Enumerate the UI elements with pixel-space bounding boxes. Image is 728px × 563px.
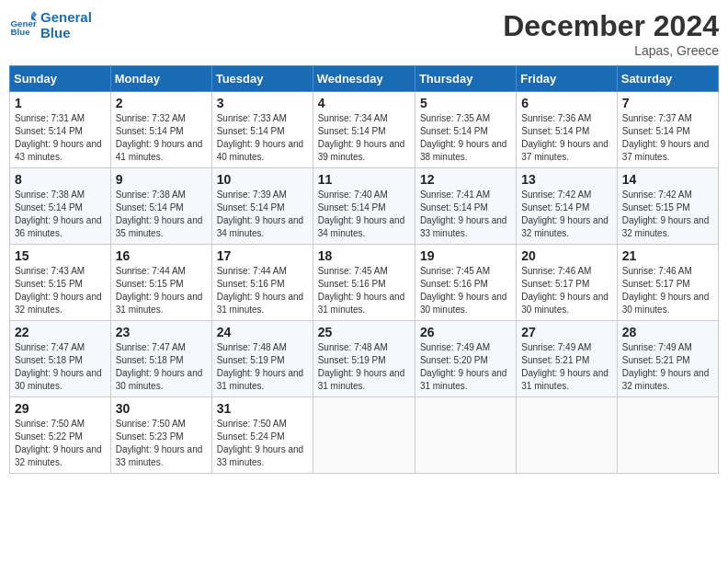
day-number: 8 — [15, 172, 106, 187]
weekday-header-saturday: Saturday — [617, 66, 718, 92]
svg-text:Blue: Blue — [11, 27, 31, 37]
calendar-cell — [517, 397, 617, 474]
day-info: Sunrise: 7:49 AMSunset: 5:20 PMDaylight:… — [420, 341, 511, 393]
day-info: Sunrise: 7:42 AMSunset: 5:14 PMDaylight:… — [521, 189, 611, 240]
day-info: Sunrise: 7:50 AMSunset: 5:23 PMDaylight:… — [116, 418, 207, 469]
day-info: Sunrise: 7:38 AMSunset: 5:14 PMDaylight:… — [116, 189, 207, 240]
week-row-5: 29Sunrise: 7:50 AMSunset: 5:22 PMDayligh… — [10, 397, 719, 474]
day-info: Sunrise: 7:42 AMSunset: 5:15 PMDaylight:… — [622, 189, 713, 240]
day-number: 16 — [116, 248, 207, 263]
calendar-cell: 22Sunrise: 7:47 AMSunset: 5:18 PMDayligh… — [10, 321, 111, 397]
day-number: 4 — [318, 96, 410, 110]
day-info: Sunrise: 7:34 AMSunset: 5:14 PMDaylight:… — [318, 112, 410, 164]
calendar-cell: 25Sunrise: 7:48 AMSunset: 5:19 PMDayligh… — [313, 321, 415, 397]
calendar-cell: 21Sunrise: 7:46 AMSunset: 5:17 PMDayligh… — [617, 245, 718, 321]
week-row-4: 22Sunrise: 7:47 AMSunset: 5:18 PMDayligh… — [10, 321, 719, 397]
week-row-1: 1Sunrise: 7:31 AMSunset: 5:14 PMDaylight… — [10, 92, 719, 168]
calendar-cell: 2Sunrise: 7:32 AMSunset: 5:14 PMDaylight… — [110, 92, 211, 168]
calendar-cell: 19Sunrise: 7:45 AMSunset: 5:16 PMDayligh… — [415, 245, 516, 321]
calendar-cell — [313, 397, 415, 474]
calendar-cell: 29Sunrise: 7:50 AMSunset: 5:22 PMDayligh… — [10, 397, 111, 474]
calendar-cell: 20Sunrise: 7:46 AMSunset: 5:17 PMDayligh… — [517, 245, 617, 321]
day-number: 28 — [622, 325, 713, 339]
week-row-2: 8Sunrise: 7:38 AMSunset: 5:14 PMDaylight… — [10, 168, 719, 245]
day-info: Sunrise: 7:38 AMSunset: 5:14 PMDaylight:… — [15, 189, 106, 240]
page-header: General Blue General Blue December 2024 … — [9, 9, 719, 58]
day-number: 1 — [15, 96, 106, 110]
day-number: 13 — [521, 172, 611, 187]
location-label: Lapas, Greece — [503, 43, 719, 58]
weekday-header-row: SundayMondayTuesdayWednesdayThursdayFrid… — [10, 66, 719, 92]
calendar-cell: 3Sunrise: 7:33 AMSunset: 5:14 PMDaylight… — [211, 92, 313, 168]
weekday-header-friday: Friday — [517, 66, 617, 92]
calendar-cell: 24Sunrise: 7:48 AMSunset: 5:19 PMDayligh… — [211, 321, 313, 397]
calendar-cell: 1Sunrise: 7:31 AMSunset: 5:14 PMDaylight… — [10, 92, 111, 168]
calendar-cell: 9Sunrise: 7:38 AMSunset: 5:14 PMDaylight… — [110, 168, 211, 245]
week-row-3: 15Sunrise: 7:43 AMSunset: 5:15 PMDayligh… — [10, 245, 719, 321]
day-number: 12 — [420, 172, 511, 187]
day-number: 7 — [622, 96, 713, 110]
day-info: Sunrise: 7:45 AMSunset: 5:16 PMDaylight:… — [318, 265, 410, 316]
calendar-cell: 12Sunrise: 7:41 AMSunset: 5:14 PMDayligh… — [415, 168, 516, 245]
day-number: 24 — [217, 325, 308, 339]
calendar-cell: 10Sunrise: 7:39 AMSunset: 5:14 PMDayligh… — [211, 168, 313, 245]
day-number: 23 — [116, 325, 207, 339]
calendar-cell: 26Sunrise: 7:49 AMSunset: 5:20 PMDayligh… — [415, 321, 516, 397]
weekday-header-sunday: Sunday — [10, 66, 111, 92]
day-info: Sunrise: 7:46 AMSunset: 5:17 PMDaylight:… — [521, 265, 611, 316]
day-number: 26 — [420, 325, 511, 339]
calendar-cell: 17Sunrise: 7:44 AMSunset: 5:16 PMDayligh… — [211, 245, 313, 321]
day-number: 29 — [15, 401, 106, 416]
day-info: Sunrise: 7:47 AMSunset: 5:18 PMDaylight:… — [15, 341, 106, 393]
day-info: Sunrise: 7:49 AMSunset: 5:21 PMDaylight:… — [521, 341, 611, 393]
day-number: 18 — [318, 248, 410, 263]
calendar-cell: 30Sunrise: 7:50 AMSunset: 5:23 PMDayligh… — [110, 397, 211, 474]
calendar-cell: 11Sunrise: 7:40 AMSunset: 5:14 PMDayligh… — [313, 168, 415, 245]
weekday-header-wednesday: Wednesday — [313, 66, 415, 92]
calendar-cell: 14Sunrise: 7:42 AMSunset: 5:15 PMDayligh… — [617, 168, 718, 245]
calendar-cell: 28Sunrise: 7:49 AMSunset: 5:21 PMDayligh… — [617, 321, 718, 397]
day-info: Sunrise: 7:39 AMSunset: 5:14 PMDaylight:… — [217, 189, 308, 240]
calendar-cell: 16Sunrise: 7:44 AMSunset: 5:15 PMDayligh… — [110, 245, 211, 321]
month-year-title: December 2024 — [503, 9, 719, 43]
day-number: 2 — [116, 96, 207, 110]
day-number: 14 — [622, 172, 713, 187]
day-number: 15 — [15, 248, 106, 263]
day-info: Sunrise: 7:45 AMSunset: 5:16 PMDaylight:… — [420, 265, 511, 316]
logo: General Blue General Blue — [9, 9, 92, 40]
day-number: 17 — [217, 248, 308, 263]
logo-blue: Blue — [40, 25, 92, 40]
calendar-cell: 23Sunrise: 7:47 AMSunset: 5:18 PMDayligh… — [110, 321, 211, 397]
day-info: Sunrise: 7:32 AMSunset: 5:14 PMDaylight:… — [116, 112, 207, 164]
day-info: Sunrise: 7:44 AMSunset: 5:15 PMDaylight:… — [116, 265, 207, 316]
day-info: Sunrise: 7:48 AMSunset: 5:19 PMDaylight:… — [217, 341, 308, 393]
calendar-cell — [617, 397, 718, 474]
day-number: 25 — [318, 325, 410, 339]
day-number: 9 — [116, 172, 207, 187]
day-number: 31 — [217, 401, 308, 416]
day-info: Sunrise: 7:50 AMSunset: 5:22 PMDaylight:… — [15, 418, 106, 469]
logo-general: General — [40, 9, 92, 25]
weekday-header-monday: Monday — [110, 66, 211, 92]
day-number: 21 — [622, 248, 713, 263]
calendar-cell: 15Sunrise: 7:43 AMSunset: 5:15 PMDayligh… — [10, 245, 111, 321]
calendar-cell: 7Sunrise: 7:37 AMSunset: 5:14 PMDaylight… — [617, 92, 718, 168]
day-info: Sunrise: 7:40 AMSunset: 5:14 PMDaylight:… — [318, 189, 410, 240]
day-number: 3 — [217, 96, 308, 110]
day-info: Sunrise: 7:48 AMSunset: 5:19 PMDaylight:… — [318, 341, 410, 393]
calendar-cell — [415, 397, 516, 474]
calendar-cell: 6Sunrise: 7:36 AMSunset: 5:14 PMDaylight… — [517, 92, 617, 168]
title-block: December 2024 Lapas, Greece — [503, 9, 719, 58]
day-info: Sunrise: 7:36 AMSunset: 5:14 PMDaylight:… — [521, 112, 611, 164]
day-number: 11 — [318, 172, 410, 187]
logo-icon: General Blue — [9, 11, 37, 39]
day-info: Sunrise: 7:47 AMSunset: 5:18 PMDaylight:… — [116, 341, 207, 393]
weekday-header-tuesday: Tuesday — [211, 66, 313, 92]
day-number: 27 — [521, 325, 611, 339]
weekday-header-thursday: Thursday — [415, 66, 516, 92]
day-info: Sunrise: 7:35 AMSunset: 5:14 PMDaylight:… — [420, 112, 511, 164]
calendar-cell: 31Sunrise: 7:50 AMSunset: 5:24 PMDayligh… — [211, 397, 313, 474]
day-number: 20 — [521, 248, 611, 263]
day-number: 19 — [420, 248, 511, 263]
day-info: Sunrise: 7:31 AMSunset: 5:14 PMDaylight:… — [15, 112, 106, 164]
